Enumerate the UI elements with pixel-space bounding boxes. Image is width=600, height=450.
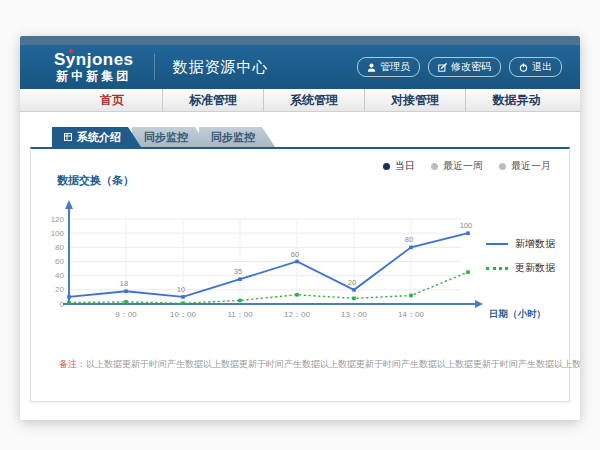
footer-note: 备注：以上数据更新于时间产生数据以上数据更新于时间产生数据以上数据更新于时间产生…	[59, 358, 580, 371]
svg-text:18: 18	[120, 279, 128, 288]
page-title: 数据资源中心	[173, 58, 269, 77]
change-password-button[interactable]: 修改密码	[428, 57, 501, 77]
legend-item-new-data[interactable]: 新增数据	[486, 237, 555, 251]
svg-text:80: 80	[405, 235, 413, 244]
svg-text:9：00: 9：00	[115, 310, 137, 319]
tab-sync-monitor-2-label: 同步监控	[211, 127, 255, 147]
brand-name: Synjones	[54, 51, 134, 70]
main-nav: 首页 标准管理 系统管理 对接管理 数据异动	[20, 89, 580, 112]
svg-text:80: 80	[55, 243, 64, 252]
nav-item-system-mgmt[interactable]: 系统管理	[264, 89, 365, 111]
nav-item-standard-mgmt[interactable]: 标准管理	[163, 89, 264, 111]
svg-text:日期（小时）: 日期（小时）	[489, 308, 546, 320]
svg-text:20: 20	[348, 278, 356, 287]
change-password-label: 修改密码	[451, 60, 491, 74]
legend-new-data-label: 新增数据	[515, 237, 555, 251]
svg-text:11：00: 11：00	[227, 310, 253, 319]
radio-today[interactable]: 当日	[383, 159, 415, 173]
svg-text:60: 60	[291, 250, 299, 259]
header-divider	[154, 54, 155, 80]
footer-note-prefix: 备注：	[59, 359, 86, 369]
svg-text:14：00: 14：00	[398, 310, 424, 319]
radio-today-label: 当日	[395, 159, 415, 173]
tab-system-intro-label: 系统介绍	[77, 127, 121, 147]
svg-text:35: 35	[234, 267, 242, 276]
tab-bar: 系统介绍 同步监控 同步监控	[52, 127, 266, 147]
svg-text:40: 40	[55, 271, 64, 280]
power-icon	[519, 63, 528, 72]
radio-dot-icon	[499, 163, 506, 170]
legend-item-update-data[interactable]: 更新数据	[486, 261, 555, 275]
legend-line-dotted-icon	[486, 267, 508, 270]
logout-button[interactable]: 退出	[509, 57, 562, 77]
admin-user-button[interactable]: 管理员	[357, 57, 420, 77]
header-actions: 管理员 修改密码 退出	[357, 45, 562, 89]
radio-last-month-label: 最近一月	[511, 159, 551, 173]
svg-text:12：00: 12：00	[284, 310, 310, 319]
svg-text:10：00: 10：00	[170, 310, 196, 319]
tab-system-intro[interactable]: 系统介绍	[52, 127, 141, 147]
nav-item-home[interactable]: 首页	[62, 89, 163, 111]
svg-text:100: 100	[460, 221, 473, 230]
chart-panel: 当日 最近一周 最近一月 数据交换（条） 0204060801001209：00…	[30, 147, 570, 402]
svg-text:60: 60	[55, 257, 64, 266]
legend-update-data-label: 更新数据	[515, 261, 555, 275]
radio-last-week[interactable]: 最近一周	[431, 159, 483, 173]
chart-legend: 新增数据 更新数据	[486, 237, 555, 275]
company-name: 新中新集团	[54, 70, 134, 83]
edit-icon	[438, 63, 447, 72]
tab-sync-monitor-2[interactable]: 同步监控	[199, 127, 275, 147]
user-icon	[367, 63, 376, 72]
svg-text:20: 20	[55, 285, 64, 294]
admin-user-label: 管理员	[380, 60, 410, 74]
svg-text:13：00: 13：00	[341, 310, 367, 319]
radio-dot-icon	[383, 163, 390, 170]
header-top-strip	[20, 36, 580, 45]
app-header: Synjones 新中新集团 数据资源中心 管理员 修改密码	[20, 45, 580, 89]
grid-doc-icon	[64, 127, 72, 147]
app-window: Synjones 新中新集团 数据资源中心 管理员 修改密码	[20, 36, 580, 420]
tab-sync-monitor-1[interactable]: 同步监控	[132, 127, 208, 147]
nav-item-integration-mgmt[interactable]: 对接管理	[365, 89, 466, 111]
radio-last-week-label: 最近一周	[443, 159, 483, 173]
svg-text:120: 120	[51, 215, 65, 224]
radio-last-month[interactable]: 最近一月	[499, 159, 551, 173]
time-range-filter: 当日 最近一周 最近一月	[383, 159, 551, 173]
svg-text:10: 10	[177, 285, 185, 294]
logout-label: 退出	[532, 60, 552, 74]
logo: Synjones 新中新集团	[54, 51, 134, 83]
footer-note-text: 以上数据更新于时间产生数据以上数据更新于时间产生数据以上数据更新于时间产生数据以…	[86, 359, 580, 369]
nav-item-data-changes[interactable]: 数据异动	[466, 89, 567, 111]
tab-sync-monitor-1-label: 同步监控	[144, 127, 188, 147]
radio-dot-icon	[431, 163, 438, 170]
line-chart: 0204060801001209：0010：0011：0012：0013：001…	[47, 186, 557, 336]
legend-line-solid-icon	[486, 243, 508, 245]
svg-text:100: 100	[51, 229, 65, 238]
